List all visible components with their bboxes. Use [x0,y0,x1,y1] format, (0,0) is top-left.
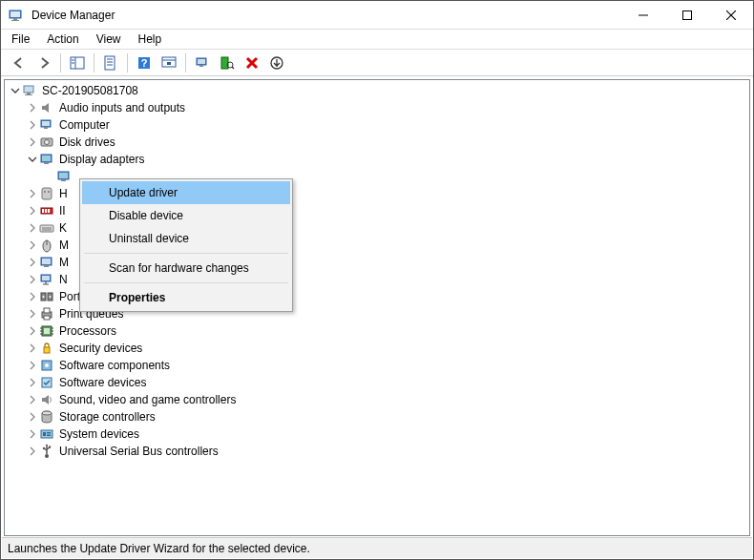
svg-rect-5 [683,10,692,19]
tree-category-node[interactable]: Disk drives [26,134,749,151]
expand-icon[interactable] [26,427,39,441]
svg-rect-40 [42,156,51,161]
expand-icon[interactable] [26,393,39,406]
svg-rect-33 [42,106,45,110]
svg-point-81 [45,363,49,367]
showhide-tree-button[interactable] [66,52,89,74]
svg-rect-3 [11,20,19,21]
context-menu-item[interactable]: Uninstall device [82,227,290,250]
processor-icon [39,323,54,339]
collapse-icon[interactable] [9,84,22,97]
display-icon [39,152,54,167]
tree-category-node[interactable]: Storage controllers [26,408,749,425]
tree-root-node[interactable]: SC-201905081708 [9,82,749,99]
tree-category-label: System devices [57,426,141,442]
tree-category-node[interactable]: Sound, video and game controllers [26,391,749,408]
svg-line-26 [232,67,234,69]
svg-rect-23 [199,65,203,67]
system-icon [39,426,54,442]
expand-icon[interactable] [26,135,39,149]
maximize-button[interactable] [665,1,709,29]
expand-icon[interactable] [26,187,39,200]
tree-category-node[interactable]: System devices [26,425,749,443]
tree-category-label: Sound, video and game controllers [57,392,238,407]
tree-category-node[interactable]: Computer [26,116,749,134]
expand-icon[interactable] [26,410,39,424]
expand-icon[interactable] [26,376,39,389]
tree-category-node[interactable]: Processors [26,322,749,340]
svg-rect-31 [27,93,31,94]
expand-icon[interactable] [26,273,39,286]
action-center-button[interactable] [157,52,180,74]
tree-category-label: M [57,255,71,270]
expand-icon[interactable] [26,307,39,321]
svg-rect-30 [24,86,33,93]
svg-point-46 [44,191,46,193]
keyboard-icon [39,220,54,236]
svg-rect-51 [48,209,50,213]
collapse-icon[interactable] [26,153,39,166]
enable-device-button[interactable] [265,52,288,74]
tree-category-label: II [57,203,68,218]
expand-icon[interactable] [26,324,39,338]
context-menu-item[interactable]: Scan for hardware changes [82,257,290,280]
menu-file[interactable]: File [3,31,38,48]
svg-rect-41 [44,162,49,164]
storage-icon [39,409,54,425]
tree-category-label: H [57,186,70,201]
svg-rect-50 [45,209,47,213]
expand-icon[interactable] [26,359,39,372]
svg-rect-58 [42,259,51,264]
svg-rect-88 [47,435,51,437]
tree-category-label: M [57,238,71,253]
expand-icon[interactable] [26,204,39,218]
toolbar-separator [60,53,61,73]
expand-icon[interactable] [26,101,39,114]
tree-device-label [74,176,78,177]
tree-category-node[interactable]: Software devices [26,374,749,391]
context-menu-separator [84,253,288,254]
expand-icon[interactable] [26,118,39,132]
svg-point-47 [48,191,50,193]
tree-category-node[interactable]: Audio inputs and outputs [26,99,749,116]
monitor-icon [39,255,54,270]
forward-button[interactable] [32,52,55,74]
svg-text:?: ? [141,57,148,69]
minimize-button[interactable] [621,1,665,29]
expand-icon[interactable] [26,342,39,355]
properties-sheet-button[interactable] [99,52,122,74]
svg-rect-79 [44,347,50,353]
audio-icon [39,100,54,115]
svg-rect-70 [44,316,50,320]
back-button[interactable] [8,52,31,74]
svg-point-67 [50,296,52,298]
tree-category-node[interactable]: Universal Serial Bus controllers [26,443,749,460]
toolbar: ? [1,50,753,76]
update-driver-button[interactable] [191,52,214,74]
svg-point-91 [43,447,45,449]
help-button[interactable]: ? [133,52,156,74]
context-menu-item[interactable]: Update driver [82,181,290,204]
expand-icon[interactable] [26,239,39,252]
scan-hardware-button[interactable] [216,52,239,74]
menu-action[interactable]: Action [38,31,87,48]
expand-icon[interactable] [26,221,39,235]
close-button[interactable] [709,1,753,29]
svg-rect-22 [198,59,205,64]
tree-category-label: Computer [57,117,112,133]
statusbar-text: Launches the Update Driver Wizard for th… [8,542,310,555]
context-menu-item[interactable]: Disable device [82,204,290,227]
tree-category-node[interactable]: Display adapters [26,151,749,168]
context-menu-item[interactable]: Properties [82,286,290,309]
tree-category-node[interactable]: Software components [26,357,749,374]
menu-view[interactable]: View [88,31,130,48]
tree-category-node[interactable]: Security devices [26,340,749,357]
uninstall-button[interactable] [241,52,263,74]
menu-help[interactable]: Help [130,31,171,48]
expand-icon[interactable] [26,256,39,269]
sound-icon [39,392,54,407]
expand-icon[interactable] [26,445,39,458]
computer-icon [22,83,37,98]
expand-icon[interactable] [26,290,39,303]
svg-rect-69 [44,308,50,313]
